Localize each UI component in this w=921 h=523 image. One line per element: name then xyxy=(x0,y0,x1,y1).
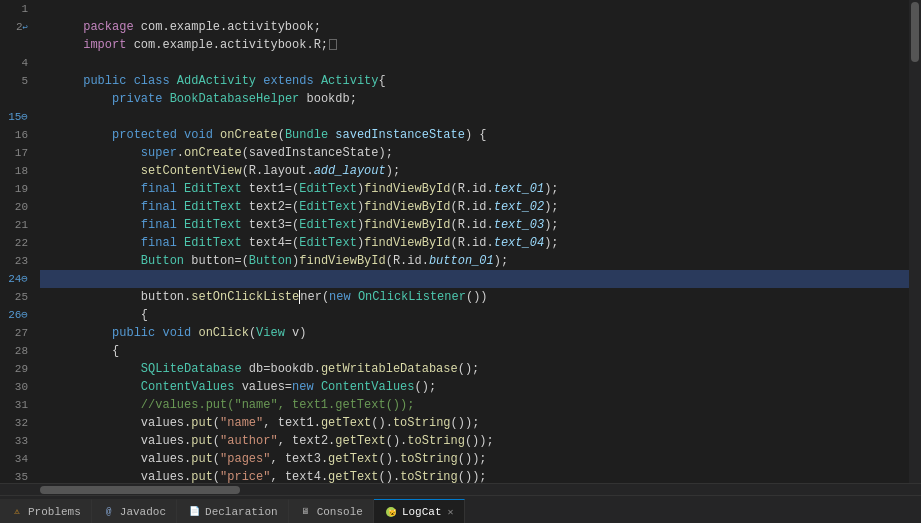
line-num-19: 27 xyxy=(0,324,28,342)
line-num-2: 2↩ xyxy=(0,18,28,36)
line-num-27: 35 xyxy=(0,468,28,483)
declaration-icon: 📄 xyxy=(187,505,201,519)
line-num-12: 20 xyxy=(0,198,28,216)
tab-console-label: Console xyxy=(317,506,363,518)
line-numbers: 1 2↩ 4 5 15⊖ 16 17 18 19 20 21 22 23 24⊖… xyxy=(0,0,36,483)
tab-declaration[interactable]: 📄 Declaration xyxy=(177,499,289,523)
line-num-25: 33 xyxy=(0,432,28,450)
line-num-23: 31 xyxy=(0,396,28,414)
svg-text:🐱: 🐱 xyxy=(388,508,397,517)
line-num-10: 18 xyxy=(0,162,28,180)
line-num-11: 19 xyxy=(0,180,28,198)
line-num-8: 16 xyxy=(0,126,28,144)
code-line-16: button.setOnClickListener(new OnClickLis… xyxy=(40,270,909,288)
line-num-16: 24⊖ xyxy=(0,270,28,288)
console-icon: 🖥 xyxy=(299,505,313,519)
bottom-tabs-bar: ⚠ Problems @ Javadoc 📄 Declaration 🖥 Con… xyxy=(0,495,921,523)
line-num-4: 4 xyxy=(0,54,28,72)
line-num-18: 26⊖ xyxy=(0,306,28,324)
code-line-18: public void onClick(View v) xyxy=(40,306,909,324)
tab-javadoc-label: Javadoc xyxy=(120,506,166,518)
tab-javadoc[interactable]: @ Javadoc xyxy=(92,499,177,523)
line-num-24: 32 xyxy=(0,414,28,432)
tab-problems-label: Problems xyxy=(28,506,81,518)
vertical-scrollbar[interactable] xyxy=(909,0,921,483)
tab-logcat-close[interactable]: ✕ xyxy=(447,506,453,518)
javadoc-icon: @ xyxy=(102,505,116,519)
tab-logcat[interactable]: 🐱 LogCat ✕ xyxy=(374,499,465,523)
line-num-1: 1 xyxy=(0,0,28,18)
logcat-icon: 🐱 xyxy=(384,505,398,519)
line-num-26: 34 xyxy=(0,450,28,468)
line-num-7: 15⊖ xyxy=(0,108,28,126)
line-num-15: 23 xyxy=(0,252,28,270)
line-num-17: 25 xyxy=(0,288,28,306)
line-num-21: 29 xyxy=(0,360,28,378)
logcat-svg-icon: 🐱 xyxy=(385,506,397,518)
line-num-6 xyxy=(0,90,28,108)
line-num-3 xyxy=(0,36,28,54)
v-scroll-thumb[interactable] xyxy=(911,2,919,62)
tab-console[interactable]: 🖥 Console xyxy=(289,499,374,523)
line-num-5: 5 xyxy=(0,72,28,90)
line-num-20: 28 xyxy=(0,342,28,360)
line-num-9: 17 xyxy=(0,144,28,162)
horizontal-scroll-track[interactable] xyxy=(0,483,921,495)
code-line-1: package com.example.activitybook; xyxy=(40,0,909,18)
code-content[interactable]: package com.example.activitybook; import… xyxy=(36,0,909,483)
problems-icon: ⚠ xyxy=(10,505,24,519)
line-num-14: 22 xyxy=(0,234,28,252)
code-line-20: SQLiteDatabase db=bookdb.getWritableData… xyxy=(40,342,909,360)
code-line-7: protected void onCreate(Bundle savedInst… xyxy=(40,108,909,126)
tab-declaration-label: Declaration xyxy=(205,506,278,518)
line-num-22: 30 xyxy=(0,378,28,396)
h-scroll-thumb[interactable] xyxy=(40,486,240,494)
code-line-4: public class AddActivity extends Activit… xyxy=(40,54,909,72)
line-num-13: 21 xyxy=(0,216,28,234)
tab-logcat-label: LogCat xyxy=(402,506,442,518)
editor-area: 1 2↩ 4 5 15⊖ 16 17 18 19 20 21 22 23 24⊖… xyxy=(0,0,921,483)
tab-problems[interactable]: ⚠ Problems xyxy=(0,499,92,523)
